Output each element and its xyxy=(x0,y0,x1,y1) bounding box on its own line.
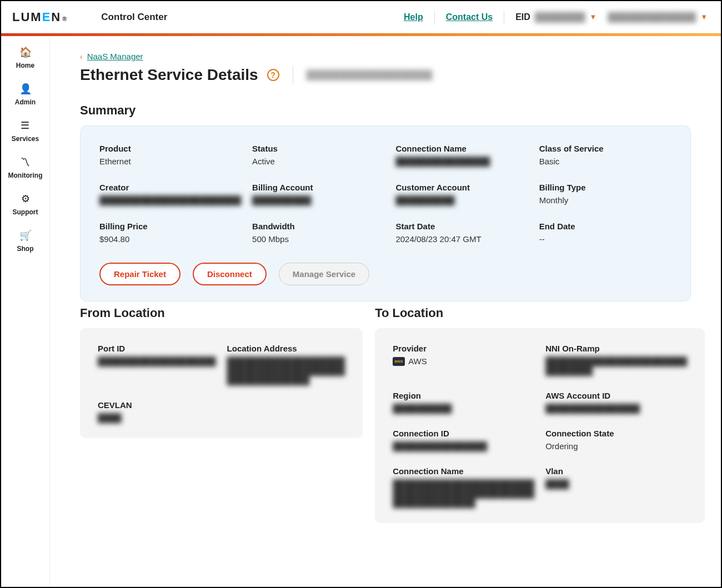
field-cevlan: CEVLAN ████ xyxy=(98,400,216,423)
field-value: ████ xyxy=(545,479,687,489)
field-label: Region xyxy=(393,391,534,400)
account-selector[interactable]: ██████████████ ▼ xyxy=(608,12,708,22)
user-icon: 👤 xyxy=(19,83,32,95)
field-label: Provider xyxy=(393,344,534,353)
help-icon[interactable]: ? xyxy=(267,69,279,81)
divider xyxy=(504,11,504,24)
field-vlan: Vlan ████ xyxy=(545,466,687,507)
field-label: Billing Price xyxy=(99,222,241,231)
divider xyxy=(293,66,293,84)
pulse-icon: 〽 xyxy=(19,156,31,168)
field-label: Customer Account xyxy=(395,183,528,192)
page-header: Ethernet Service Details ? █████████████… xyxy=(80,66,691,84)
sidebar-item-label: Monitoring xyxy=(8,172,43,179)
field-value: ████████████████████ xyxy=(98,356,216,366)
help-link[interactable]: Help xyxy=(404,12,423,22)
from-location-section: From Location Port ID ██████████████████… xyxy=(80,306,363,523)
field-bandwidth: Bandwidth 500 Mbps xyxy=(252,222,384,244)
field-value: ████ xyxy=(98,413,216,423)
field-label: Connection Name xyxy=(395,144,528,153)
main-content: ‹ NaaS Manager Ethernet Service Details … xyxy=(50,36,721,587)
list-icon: ☰ xyxy=(19,119,31,132)
summary-actions: Repair Ticket Disconnect Manage Service xyxy=(99,263,671,285)
sidebar: 🏠 Home 👤 Admin ☰ Services 〽 Monitoring ⚙… xyxy=(1,36,50,587)
field-value: ██████████ xyxy=(393,404,534,413)
sidebar-item-home[interactable]: 🏠 Home xyxy=(16,46,34,69)
field-nni-onramp: NNI On-Ramp ████████████████████████ ███… xyxy=(545,344,687,375)
field-connection-state: Connection State Ordering xyxy=(545,429,687,451)
to-location-title: To Location xyxy=(375,306,705,320)
field-provider: Provider aws AWS xyxy=(393,344,534,375)
field-label: Status xyxy=(252,144,384,153)
summary-card: Product Ethernet Status Active Connectio… xyxy=(80,125,691,301)
field-product: Product Ethernet xyxy=(99,144,241,166)
field-port-id: Port ID ████████████████████ xyxy=(98,344,216,385)
field-value: Ethernet xyxy=(99,157,241,166)
sidebar-item-shop[interactable]: 🛒 Shop xyxy=(17,229,34,253)
field-label: Bandwidth xyxy=(252,222,384,231)
field-connection-name: Connection Name ████████████████████████… xyxy=(393,466,534,507)
field-value: -- xyxy=(539,234,671,244)
repair-ticket-button[interactable]: Repair Ticket xyxy=(99,263,180,285)
field-label: Connection Name xyxy=(393,466,534,476)
chevron-left-icon: ‹ xyxy=(80,52,83,61)
field-value: Active xyxy=(252,157,384,166)
field-value: ████████████████ xyxy=(393,441,534,451)
divider xyxy=(434,11,435,24)
cart-icon: 🛒 xyxy=(19,229,32,242)
field-label: Connection ID xyxy=(393,429,534,438)
eid-label: EID xyxy=(515,12,530,22)
field-label: Port ID xyxy=(98,344,216,353)
field-label: Billing Type xyxy=(539,183,671,192)
to-location-card: Provider aws AWS NNI On-Ramp ███████████… xyxy=(375,328,705,523)
field-value: ██████████ xyxy=(252,195,384,205)
sidebar-item-label: Support xyxy=(13,208,38,216)
contact-us-link[interactable]: Contact Us xyxy=(446,12,493,22)
sidebar-item-support[interactable]: ⚙ Support xyxy=(13,193,38,216)
field-label: Product xyxy=(99,144,241,153)
page-title: Ethernet Service Details xyxy=(80,66,258,84)
to-location-section: To Location Provider aws AWS xyxy=(375,306,705,523)
app-title: Control Center xyxy=(101,12,167,23)
eid-value: ████████ xyxy=(535,12,585,22)
field-value: ████████████████████████ ███████████████… xyxy=(393,479,534,507)
field-aws-account-id: AWS Account ID ████████████████ xyxy=(545,391,687,413)
breadcrumb-parent-link[interactable]: NaaS Manager xyxy=(87,52,143,61)
field-start-date: Start Date 2024/08/23 20:47 GMT xyxy=(395,222,528,244)
sidebar-item-admin[interactable]: 👤 Admin xyxy=(15,83,36,106)
field-end-date: End Date -- xyxy=(539,222,671,244)
chevron-down-icon: ▼ xyxy=(590,13,597,21)
field-label: Vlan xyxy=(545,466,687,476)
field-value: ██████████ xyxy=(395,195,528,205)
field-label: Billing Account xyxy=(252,183,384,192)
field-value: AWS xyxy=(408,356,427,366)
field-class-of-service: Class of Service Basic xyxy=(539,144,671,166)
field-value: 2024/08/23 20:47 GMT xyxy=(395,234,528,244)
field-value: ████████████████ xyxy=(395,157,528,166)
sidebar-item-services[interactable]: ☰ Services xyxy=(12,119,39,143)
sidebar-item-label: Services xyxy=(12,135,39,143)
disconnect-button[interactable]: Disconnect xyxy=(193,263,267,285)
field-connection-id: Connection ID ████████████████ xyxy=(393,429,534,451)
topbar: LUMEN® Control Center Help Contact Us EI… xyxy=(1,1,721,33)
field-value: ████████████████ xyxy=(545,404,687,413)
field-location-address: Location Address ████████████████████ ██… xyxy=(227,344,345,385)
field-region: Region ██████████ xyxy=(393,391,534,413)
field-label: NNI On-Ramp xyxy=(545,344,687,353)
field-label: Class of Service xyxy=(539,144,671,153)
eid-selector[interactable]: EID ████████ ▼ xyxy=(515,12,596,22)
field-label: Creator xyxy=(99,183,241,192)
sidebar-item-label: Shop xyxy=(17,245,34,253)
field-label: End Date xyxy=(539,222,671,231)
field-value: ████████████████████ ███████████████████… xyxy=(227,356,345,385)
from-location-title: From Location xyxy=(80,306,363,320)
logo[interactable]: LUMEN® xyxy=(12,10,68,24)
from-location-card: Port ID ████████████████████ Location Ad… xyxy=(80,328,363,438)
field-value: Basic xyxy=(539,157,671,166)
field-label: AWS Account ID xyxy=(545,391,687,400)
sidebar-item-monitoring[interactable]: 〽 Monitoring xyxy=(8,156,43,179)
field-value: ████████████████████████ ████████ xyxy=(545,356,687,375)
field-billing-price: Billing Price $904.80 xyxy=(99,222,241,244)
sidebar-item-label: Admin xyxy=(15,98,36,106)
chevron-down-icon: ▼ xyxy=(700,13,708,21)
